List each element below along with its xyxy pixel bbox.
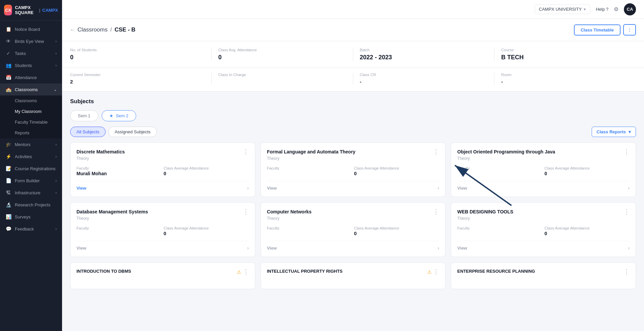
view-link-1[interactable]: View (267, 186, 277, 191)
more-options-button[interactable]: ⋮ (623, 24, 636, 36)
sidebar-item-label: Birds Eye View (15, 39, 44, 44)
stat-course: Course B TECH (494, 48, 636, 61)
all-subjects-filter[interactable]: All Subjects (70, 127, 106, 137)
sidebar-item-form-builder[interactable]: 📄 Form Builder › (0, 175, 62, 187)
card-type-1: Theory (267, 156, 439, 161)
chevron-right-icon: › (55, 51, 57, 55)
card-menu-1[interactable]: ⋮ (433, 149, 439, 155)
view-link-0[interactable]: View (76, 186, 86, 191)
card-menu-4[interactable]: ⋮ (433, 209, 439, 215)
class-reports-button[interactable]: Class Reports ▾ (592, 127, 636, 137)
attendance-value-4: 0 (354, 231, 439, 236)
help-button[interactable]: Help ? (596, 7, 608, 12)
sidebar-item-label: Form Builder (15, 178, 40, 183)
bottom-cards: INTRODUCTION TO DBMS ⚠ ⋮ INTELLECTUAL PR… (70, 262, 636, 289)
cards-wrapper: Discrete Mathematics ⋮ Theory Faculty Mu… (70, 142, 636, 257)
sidebar-item-notice-board[interactable]: 📋 Notice Board (0, 23, 62, 35)
chevron-right-icon: › (55, 191, 57, 195)
content-area: ← Classrooms / CSE - B Class Timetable ⋮… (62, 19, 644, 331)
sidebar-item-surveys[interactable]: 📊 Surveys (0, 211, 62, 223)
view-link-2[interactable]: View (457, 186, 467, 191)
warning-icon-0: ⚠ (237, 269, 241, 275)
sidebar-item-classrooms-sub[interactable]: Classrooms (0, 95, 62, 106)
attendance-label-5: Class Average Attendance (544, 226, 630, 230)
faculty-label-0: Faculty (76, 166, 162, 170)
sidebar-item-label: Students (15, 63, 32, 68)
university-selector[interactable]: CAMPX UNIVERSITY ▾ (535, 4, 591, 14)
attendance-value-3: 0 (164, 231, 249, 236)
sem2-tab[interactable]: ★ Sem 2 (102, 110, 136, 121)
filter-row: All Subjects Assigned Subjects Class Rep… (70, 127, 636, 137)
mentors-icon: 🎓 (5, 142, 11, 147)
breadcrumb: ← Classrooms / CSE - B (70, 26, 136, 33)
chevron-right-icon: › (55, 63, 57, 67)
sidebar-item-faculty-timetable[interactable]: Faculty Timetable (0, 117, 62, 128)
sidebar-item-classrooms[interactable]: 🏫 Classrooms ⌄ (0, 83, 62, 95)
subject-card-3: Database Management Systems ⋮ Theory Fac… (70, 202, 255, 257)
sem1-tab[interactable]: Sem 1 (70, 110, 98, 121)
back-button[interactable]: ← (70, 27, 75, 32)
sidebar-item-tasks[interactable]: ✓ Tasks › (0, 47, 62, 59)
stat-students-value: 0 (70, 54, 205, 61)
bottom-card-menu-0[interactable]: ⋮ (243, 268, 249, 275)
attendance-label-2: Class Average Attendance (544, 166, 630, 170)
sidebar-item-course-registrations[interactable]: 📝 Course Registrations (0, 162, 62, 175)
sidebar-item-infrastructure[interactable]: 🏗 Infrastructure › (0, 187, 62, 199)
assigned-subjects-filter[interactable]: Assigned Subjects (108, 127, 157, 137)
stat-students: No. of Students 0 (70, 48, 212, 61)
attendance-value-2: 0 (544, 171, 630, 176)
breadcrumb-parent[interactable]: Classrooms (77, 26, 108, 33)
stat-class-in-charge-label: Class In Charge (218, 73, 346, 77)
sidebar-item-reports[interactable]: Reports (0, 128, 62, 138)
card-type-0: Theory (76, 156, 249, 161)
sidebar-item-label: Attendance (15, 75, 37, 80)
card-title-3: Database Management Systems (76, 209, 243, 215)
stat-class-cr-value: - (360, 79, 488, 84)
sidebar-item-research-projects[interactable]: 🔬 Research Projects (0, 199, 62, 211)
sidebar-item-my-classroom[interactable]: My Classroom (0, 106, 62, 117)
card-title-4: Computer Networks (267, 209, 433, 215)
sidebar-item-label: Research Projects (15, 202, 50, 207)
card-menu-2[interactable]: ⋮ (624, 149, 630, 155)
infrastructure-icon: 🏗 (5, 190, 11, 195)
sidebar-item-feedback[interactable]: 💬 Feedback › (0, 223, 62, 235)
card-title-5: WEB DESIGNING TOOLS (457, 209, 624, 215)
sidebar-item-label: Feedback (15, 226, 34, 231)
class-timetable-button[interactable]: Class Timetable (574, 24, 621, 36)
feedback-icon: 💬 (5, 226, 11, 231)
breadcrumb-current: CSE - B (114, 26, 135, 33)
attendance-label-1: Class Average Attendance (354, 166, 439, 170)
sidebar-item-birds-eye-view[interactable]: 👁 Birds Eye View › (0, 35, 62, 47)
university-name: CAMPX UNIVERSITY (539, 7, 582, 12)
semester-tabs: Sem 1 ★ Sem 2 (70, 110, 636, 121)
stat-class-in-charge: Class In Charge (212, 73, 353, 84)
sidebar-item-attendance[interactable]: 📅 Attendance (0, 71, 62, 83)
stat-batch: Batch 2022 - 2023 (353, 48, 495, 61)
view-link-4[interactable]: View (267, 246, 277, 251)
settings-icon[interactable]: ⚙ (614, 6, 619, 12)
view-link-3[interactable]: View (76, 246, 86, 251)
view-link-5[interactable]: View (457, 246, 467, 251)
card-menu-5[interactable]: ⋮ (624, 209, 630, 215)
stat-semester-label: Current Semester (70, 73, 205, 77)
stat-semester: Current Semester 2 (70, 73, 212, 84)
bottom-card-menu-2[interactable]: ⋮ (624, 268, 630, 275)
sidebar: CX CAMPX SQUARE | CAMPX 📋 Notice Board 👁… (0, 0, 62, 331)
sidebar-item-label: Infrastructure (15, 190, 41, 195)
avatar[interactable]: CA (624, 3, 636, 15)
chevron-right-icon: › (55, 227, 57, 231)
class-reports-label: Class Reports (597, 129, 626, 134)
chevron-down-icon: ⌄ (54, 87, 57, 92)
sidebar-item-label: Tasks (15, 51, 26, 56)
card-menu-0[interactable]: ⋮ (243, 149, 249, 155)
sidebar-item-activities[interactable]: ⚡ Activities › (0, 150, 62, 162)
card-menu-3[interactable]: ⋮ (243, 209, 249, 215)
sidebar-item-mentors[interactable]: 🎓 Mentors › (0, 138, 62, 150)
stats-row-1: No. of Students 0 Class Avg. Attendance … (62, 41, 644, 68)
bottom-card-menu-1[interactable]: ⋮ (433, 268, 439, 275)
stat-room-label: Room (501, 73, 629, 77)
attendance-label-4: Class Average Attendance (354, 226, 439, 230)
chevron-down-icon: ▾ (584, 7, 586, 12)
subjects-title: Subjects (70, 98, 636, 105)
sidebar-item-students[interactable]: 👥 Students › (0, 59, 62, 71)
